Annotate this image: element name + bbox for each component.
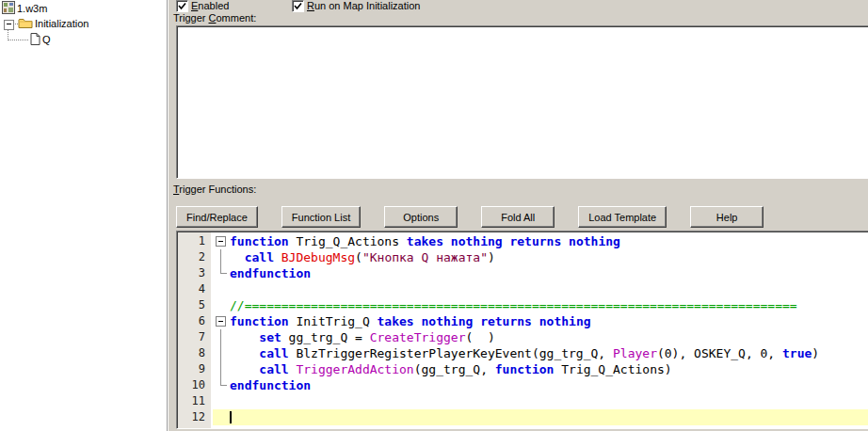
map-icon (2, 1, 15, 16)
code-line[interactable]: 3endfunction (177, 265, 868, 281)
line-number: 10 (177, 377, 213, 393)
code-text: call TriggerAddAction(gg_trg_Q, function… (230, 361, 868, 377)
jass-code-editor[interactable]: 1function Trig_Q_Actions takes nothing r… (176, 231, 868, 429)
tree-item-map-root[interactable]: 1.w3m (2, 1, 49, 16)
trigger-tree-panel: 1.w3m Initialization Q (0, 0, 168, 431)
code-text (230, 409, 868, 425)
toolbar-button-fold-all[interactable]: Fold All (481, 206, 555, 228)
code-text: //======================================… (230, 297, 868, 313)
code-text: function InitTrig_Q takes nothing return… (230, 313, 868, 329)
code-text: function Trig_Q_Actions takes nothing re… (230, 233, 868, 249)
code-text: set gg_trg_Q = CreateTrigger( ) (230, 329, 868, 345)
fold-margin (213, 361, 230, 377)
toolbar-button-help[interactable]: Help (690, 206, 764, 228)
run-on-map-init-label: Run on Map Initialization (307, 0, 420, 11)
line-number: 11 (177, 393, 213, 409)
line-number: 3 (177, 265, 213, 281)
line-number: 2 (177, 249, 213, 265)
fold-collapse-icon[interactable] (213, 233, 230, 249)
tree-expand-icon[interactable] (4, 20, 14, 30)
code-line[interactable]: 2 call BJDebugMsg("Кнопка Q нажата") (177, 249, 868, 265)
fold-margin (213, 409, 230, 425)
code-text (230, 393, 868, 409)
code-line[interactable]: 11 (177, 393, 868, 409)
trigger-editor-panel: Enabled Run on Map Initialization Trigge… (168, 0, 868, 431)
run-on-map-init-checkbox[interactable] (292, 0, 304, 12)
fold-margin (213, 281, 230, 297)
toolbar-button-function-list[interactable]: Function List (281, 206, 361, 228)
fold-margin (213, 297, 230, 313)
code-line[interactable]: 9 call TriggerAddAction(gg_trg_Q, functi… (177, 361, 868, 377)
code-lines: 1function Trig_Q_Actions takes nothing r… (177, 231, 868, 425)
fold-collapse-icon[interactable] (213, 313, 230, 329)
code-text: call BJDebugMsg("Кнопка Q нажата") (230, 249, 868, 265)
line-number: 4 (177, 281, 213, 297)
code-line[interactable]: 6function InitTrig_Q takes nothing retur… (177, 313, 868, 329)
tree-item-trigger-q[interactable]: Q (30, 32, 53, 47)
enabled-checkbox[interactable] (176, 0, 188, 12)
checkmark-icon (293, 1, 303, 13)
line-number: 5 (177, 297, 213, 313)
fold-margin (213, 329, 230, 345)
tree-item-initialization[interactable]: Initialization (18, 16, 90, 31)
code-line[interactable]: 7 set gg_trg_Q = CreateTrigger( ) (177, 329, 868, 345)
code-line[interactable]: 10endfunction (177, 377, 868, 393)
trigger-comment-input[interactable] (176, 25, 868, 179)
fold-margin (213, 265, 230, 281)
folder-icon (18, 17, 33, 31)
tree-item-label: Q (40, 34, 53, 45)
toolbar-button-options[interactable]: Options (384, 206, 458, 228)
page-icon (30, 33, 40, 47)
toolbar: Find/ReplaceFunction ListOptionsFold All… (176, 206, 764, 228)
line-number: 9 (177, 361, 213, 377)
fold-margin (213, 377, 230, 393)
line-number: 8 (177, 345, 213, 361)
code-line[interactable]: 5//=====================================… (177, 297, 868, 313)
text-caret (230, 411, 232, 423)
code-text: endfunction (230, 265, 868, 281)
fold-margin (213, 249, 230, 265)
tree-connector-horizontal (8, 40, 28, 40)
code-line[interactable]: 1function Trig_Q_Actions takes nothing r… (177, 233, 868, 249)
toolbar-button-find-replace[interactable]: Find/Replace (176, 206, 258, 228)
trigger-functions-label: Trigger Functions: (173, 184, 256, 195)
code-text: call BlzTriggerRegisterPlayerKeyEvent(gg… (230, 345, 868, 361)
tree-item-label: Initialization (33, 18, 90, 29)
fold-margin (213, 393, 230, 409)
enabled-label: Enabled (191, 0, 229, 11)
line-number: 1 (177, 233, 213, 249)
line-number: 12 (177, 409, 213, 425)
code-text (230, 281, 868, 297)
line-number: 6 (177, 313, 213, 329)
line-number: 7 (177, 329, 213, 345)
trigger-comment-label: Trigger Comment: (173, 12, 256, 24)
tree-item-label: 1.w3m (15, 3, 49, 14)
toolbar-button-load-template[interactable]: Load Template (578, 206, 667, 228)
code-line[interactable]: 12 (177, 409, 868, 425)
code-line[interactable]: 4 (177, 281, 868, 297)
code-line[interactable]: 8 call BlzTriggerRegisterPlayerKeyEvent(… (177, 345, 868, 361)
code-text: endfunction (230, 377, 868, 393)
fold-margin (213, 345, 230, 361)
